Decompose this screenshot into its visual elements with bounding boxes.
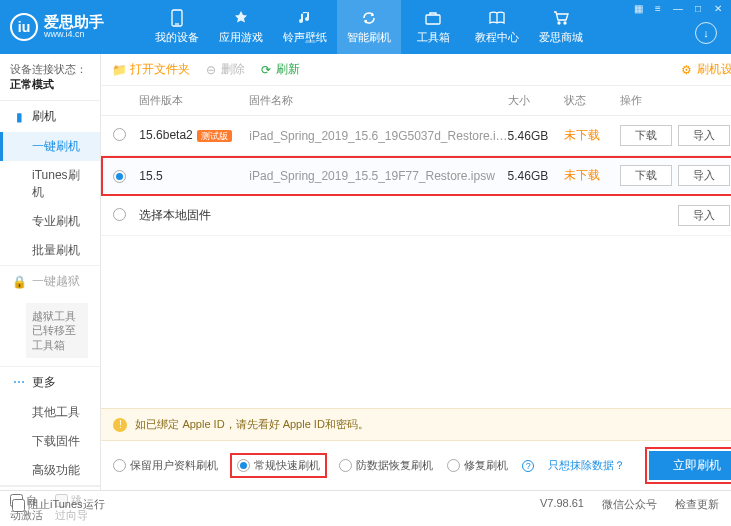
open-folder-button[interactable]: 📁打开文件夹 <box>113 61 190 78</box>
warning-icon: ! <box>113 418 127 432</box>
local-firmware-label: 选择本地固件 <box>139 207 323 224</box>
nav-my-device[interactable]: 我的设备 <box>145 0 209 54</box>
device-icon: ▮ <box>12 110 26 124</box>
sidebar-item-itunes[interactable]: iTunes刷机 <box>0 161 100 207</box>
firmware-row[interactable]: 15.5 iPad_Spring_2019_15.5_19F77_Restore… <box>101 156 731 196</box>
folder-icon: 📁 <box>113 63 126 76</box>
notice-text: 如已绑定 Apple ID，请先看好 Apple ID和密码。 <box>135 417 369 432</box>
sidebar-group-jailbreak[interactable]: 🔒一键越狱 <box>0 266 100 297</box>
window-controls: ▦ ≡ — □ ✕ <box>631 2 725 14</box>
svg-point-4 <box>558 22 560 24</box>
sidebar-jailbreak-note: 越狱工具已转移至工具箱 <box>26 303 88 358</box>
sidebar-group-flash[interactable]: ▮刷机 <box>0 101 100 132</box>
app-logo: iu 爱思助手 www.i4.cn <box>10 13 145 41</box>
more-icon: ⋯ <box>12 375 26 389</box>
sidebar-item-download-fw[interactable]: 下载固件 <box>0 427 100 456</box>
nav-store[interactable]: 爱思商城 <box>529 0 593 54</box>
nav-apps[interactable]: 应用游戏 <box>209 0 273 54</box>
refresh-button[interactable]: ⟳刷新 <box>259 61 300 78</box>
logo-icon: iu <box>10 13 38 41</box>
row-radio[interactable] <box>113 170 126 183</box>
nav-toolbox[interactable]: 工具箱 <box>401 0 465 54</box>
beta-tag: 测试版 <box>197 130 232 142</box>
version-label: V7.98.61 <box>540 497 584 512</box>
sidebar-group-more[interactable]: ⋯更多 <box>0 367 100 398</box>
sidebar-item-pro[interactable]: 专业刷机 <box>0 207 100 236</box>
sidebar-item-other[interactable]: 其他工具 <box>0 398 100 427</box>
sidebar-item-oneclick[interactable]: 一键刷机 <box>0 132 100 161</box>
row-size: 5.46GB <box>508 169 564 183</box>
connection-status: 设备连接状态：正常模式 <box>0 54 100 101</box>
nav-label: 铃声壁纸 <box>283 30 327 45</box>
delete-icon: ⊖ <box>204 63 217 76</box>
col-name: 固件名称 <box>249 93 507 108</box>
sidebar-item-advanced[interactable]: 高级功能 <box>0 456 100 485</box>
download-button[interactable]: 下载 <box>620 125 672 146</box>
download-button[interactable]: 下载 <box>620 165 672 186</box>
erase-data-link[interactable]: 只想抹除数据？ <box>548 458 625 473</box>
brand-url: www.i4.cn <box>44 30 104 40</box>
col-size: 大小 <box>508 93 564 108</box>
nav-label: 爱思商城 <box>539 30 583 45</box>
nav-label: 工具箱 <box>417 30 450 45</box>
firmware-row[interactable]: 15.6beta2测试版 iPad_Spring_2019_15.6_19G50… <box>101 116 731 156</box>
col-status: 状态 <box>564 93 620 108</box>
row-radio[interactable] <box>113 128 126 141</box>
nav-ringtones[interactable]: 铃声壁纸 <box>273 0 337 54</box>
minimize-icon[interactable]: — <box>671 2 685 14</box>
row-filename: iPad_Spring_2019_15.6_19G5037d_Restore.i… <box>249 129 507 143</box>
maximize-icon[interactable]: □ <box>691 2 705 14</box>
check-update-link[interactable]: 检查更新 <box>675 497 719 512</box>
row-size: 5.46GB <box>508 129 564 143</box>
toolbox-icon <box>424 9 442 27</box>
mode-radio[interactable] <box>237 459 250 472</box>
phone-icon <box>168 9 186 27</box>
refresh-icon: ⟳ <box>259 63 272 76</box>
nav-tutorials[interactable]: 教程中心 <box>465 0 529 54</box>
import-button[interactable]: 导入 <box>678 125 730 146</box>
flash-now-button[interactable]: 立即刷机 <box>649 451 731 480</box>
help-icon[interactable]: ? <box>522 460 534 472</box>
nav-flash[interactable]: 智能刷机 <box>337 0 401 54</box>
nav-label: 应用游戏 <box>219 30 263 45</box>
delete-button[interactable]: ⊖删除 <box>204 61 245 78</box>
layout-icon[interactable]: ≡ <box>651 2 665 14</box>
music-icon <box>296 9 314 27</box>
close-icon[interactable]: ✕ <box>711 2 725 14</box>
mode-repair[interactable]: 修复刷机 <box>447 458 508 473</box>
block-itunes-checkbox[interactable]: 阻止iTunes运行 <box>12 497 105 512</box>
row-filename: iPad_Spring_2019_15.5_19F77_Restore.ipsw <box>249 169 507 183</box>
table-header: 固件版本 固件名称 大小 状态 操作 <box>101 86 731 116</box>
sidebar-item-batch[interactable]: 批量刷机 <box>0 236 100 265</box>
lock-icon: 🔒 <box>12 275 26 289</box>
row-status: 未下载 <box>564 127 620 144</box>
nav-label: 智能刷机 <box>347 30 391 45</box>
mode-radio[interactable] <box>447 459 460 472</box>
brand-name: 爱思助手 <box>44 14 104 31</box>
nav-label: 我的设备 <box>155 30 199 45</box>
appleid-notice: ! 如已绑定 Apple ID，请先看好 Apple ID和密码。 ✕ <box>101 408 731 441</box>
import-button[interactable]: 导入 <box>678 165 730 186</box>
col-version: 固件版本 <box>139 93 249 108</box>
mode-anti-recovery[interactable]: 防数据恢复刷机 <box>339 458 433 473</box>
import-button[interactable]: 导入 <box>678 205 730 226</box>
row-status: 未下载 <box>564 167 620 184</box>
flash-settings-button[interactable]: ⚙刷机设置 <box>680 61 731 78</box>
cart-icon <box>552 9 570 27</box>
mode-radio[interactable] <box>113 459 126 472</box>
mode-keep-data[interactable]: 保留用户资料刷机 <box>113 458 218 473</box>
menu-icon[interactable]: ▦ <box>631 2 645 14</box>
row-radio[interactable] <box>113 208 126 221</box>
local-firmware-row[interactable]: 选择本地固件 导入 <box>101 196 731 236</box>
mode-normal-fast[interactable]: 常规快速刷机 <box>232 455 325 476</box>
wechat-link[interactable]: 微信公众号 <box>602 497 657 512</box>
mode-radio[interactable] <box>339 459 352 472</box>
row-version: 15.6beta2 <box>139 128 192 142</box>
download-center-button[interactable]: ↓ <box>695 22 717 44</box>
nav-label: 教程中心 <box>475 30 519 45</box>
col-ops: 操作 <box>620 93 731 108</box>
book-icon <box>488 9 506 27</box>
app-icon <box>232 9 250 27</box>
gear-icon: ⚙ <box>680 63 693 76</box>
flash-icon <box>360 9 378 27</box>
